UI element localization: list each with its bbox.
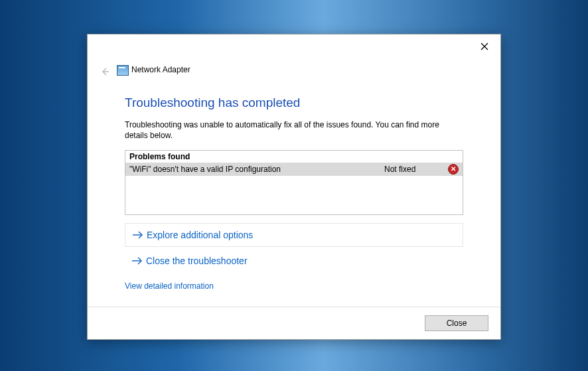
content-area: Troubleshooting has completed Troublesho…: [125, 96, 463, 301]
close-troubleshooter[interactable]: Close the troubleshooter: [125, 250, 463, 272]
window-title: Network Adapter: [131, 65, 190, 74]
view-detailed-link[interactable]: View detailed information: [125, 281, 214, 291]
close-icon[interactable]: [475, 40, 494, 53]
dialog-footer: Close: [88, 307, 500, 339]
problems-found-box: Problems found "WiFi" doesn't have a val…: [125, 150, 463, 215]
close-button[interactable]: Close: [425, 315, 488, 331]
titlebar: [88, 35, 500, 57]
close-troubleshooter-label: Close the troubleshooter: [146, 256, 248, 266]
arrow-right-icon: [131, 256, 146, 265]
explore-additional-options[interactable]: Explore additional options: [125, 223, 463, 247]
problem-row[interactable]: "WiFi" doesn't have a valid IP configura…: [125, 163, 463, 176]
problem-description: "WiFi" doesn't have a valid IP configura…: [129, 165, 384, 174]
problem-status: Not fixed: [384, 165, 444, 174]
problems-header: Problems found: [125, 151, 463, 163]
explore-label: Explore additional options: [147, 230, 253, 240]
troubleshooter-dialog: Network Adapter Troubleshooting has comp…: [87, 34, 501, 340]
network-adapter-icon: [117, 65, 129, 76]
page-heading: Troubleshooting has completed: [125, 96, 463, 110]
arrow-right-icon: [132, 230, 147, 240]
error-icon: ✕: [444, 164, 459, 175]
back-arrow-icon: [100, 66, 110, 79]
page-description: Troubleshooting was unable to automatica…: [125, 119, 463, 141]
